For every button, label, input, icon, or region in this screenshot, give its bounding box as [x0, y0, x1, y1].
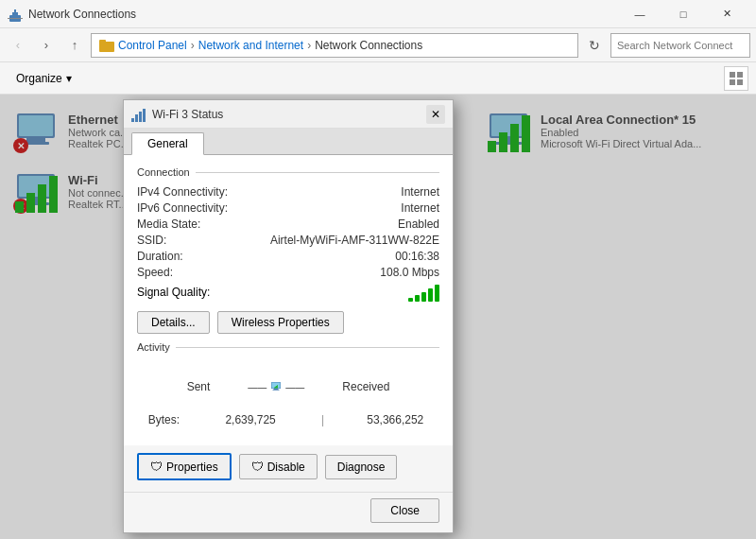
- svg-rect-8: [730, 79, 735, 85]
- view-icon: [730, 72, 743, 85]
- dialog-title: Wi-Fi 3 Status: [152, 108, 223, 121]
- organize-label: Organize: [16, 72, 62, 85]
- table-row: Media State: Enabled: [137, 217, 439, 231]
- title-bar-controls: — □ ✕: [618, 0, 748, 28]
- disable-button[interactable]: 🛡 Disable: [239, 454, 318, 479]
- signal-bar-4: [428, 288, 433, 302]
- folder-icon: [99, 39, 114, 52]
- svg-rect-38: [274, 388, 275, 389]
- breadcrumb-network-connections: Network Connections: [315, 39, 422, 52]
- dialog-bottom-close-button[interactable]: Close: [370, 498, 439, 523]
- bytes-divider: |: [321, 413, 324, 426]
- connection-fields: IPv4 Connectivity: Internet IPv6 Connect…: [137, 185, 439, 279]
- wifi-status-dialog: Wi-Fi 3 Status ✕ General Connection IPv4…: [123, 99, 454, 533]
- details-button[interactable]: Details...: [137, 311, 210, 334]
- table-row: Speed: 108.0 Mbps: [137, 266, 439, 279]
- svg-rect-31: [135, 114, 138, 122]
- activity-header: Sent ——: [187, 368, 390, 406]
- diagnose-label: Diagnose: [337, 461, 386, 474]
- organize-button[interactable]: Organize ▾: [8, 67, 80, 90]
- tab-general[interactable]: General: [131, 132, 204, 155]
- dialog-close-button[interactable]: ✕: [426, 105, 445, 124]
- signal-quality-row: Signal Quality:: [137, 283, 439, 302]
- main-content: ✕ Ethernet Network ca... Realtek PC... ✕: [0, 95, 756, 539]
- signal-bar-5: [435, 285, 439, 302]
- activity-bytes-row: Bytes: 2,639,725 | 53,366,252: [148, 413, 428, 426]
- dialog-footer: 🛡 Properties 🛡 Disable Diagnose: [124, 445, 453, 492]
- title-bar: Network Connections — □ ✕: [0, 0, 756, 28]
- received-label: Received: [342, 380, 389, 393]
- activity-section: Activity Sent ——: [137, 341, 439, 434]
- svg-rect-5: [99, 40, 106, 43]
- up-button[interactable]: ↑: [62, 33, 87, 58]
- table-row: IPv4 Connectivity: Internet: [137, 185, 439, 199]
- shield-icon-2: 🛡: [251, 460, 264, 474]
- toolbar: Organize ▾: [0, 62, 756, 95]
- signal-bars: [408, 283, 439, 302]
- dialog-title-left: Wi-Fi 3 Status: [131, 107, 223, 122]
- wireless-properties-button[interactable]: Wireless Properties: [217, 311, 344, 334]
- address-bar: ‹ › ↑ Control Panel › Network and Intern…: [0, 28, 756, 62]
- activity-computer-icon: ——: [248, 368, 304, 406]
- window-title: Network Connections: [28, 8, 136, 21]
- svg-rect-33: [143, 109, 146, 122]
- svg-rect-30: [131, 118, 134, 122]
- window-icon: [8, 7, 23, 22]
- svg-rect-3: [8, 18, 23, 19]
- activity-section-label: Activity: [137, 341, 439, 353]
- dialog-title-bar: Wi-Fi 3 Status ✕: [124, 100, 453, 129]
- table-row: SSID: Airtel-MyWiFi-AMF-311WW-822E: [137, 234, 439, 247]
- svg-rect-41: [277, 385, 278, 388]
- activity-inner: Sent ——: [137, 360, 439, 434]
- breadcrumb-control-panel[interactable]: Control Panel: [118, 39, 187, 52]
- properties-button[interactable]: 🛡 Properties: [137, 453, 232, 480]
- svg-rect-2: [14, 9, 16, 13]
- svg-rect-32: [139, 112, 142, 122]
- dialog-body: Connection IPv4 Connectivity: Internet I…: [124, 155, 453, 445]
- view-button[interactable]: [724, 66, 748, 91]
- svg-rect-40: [276, 386, 277, 389]
- diagnose-button[interactable]: Diagnose: [325, 455, 398, 479]
- disable-label: Disable: [267, 461, 305, 474]
- received-bytes: 53,366,252: [362, 413, 428, 426]
- svg-rect-36: [274, 389, 279, 390]
- maximize-button[interactable]: □: [662, 0, 705, 28]
- sent-label: Sent: [187, 380, 211, 393]
- forward-button[interactable]: ›: [34, 33, 59, 58]
- sent-bytes: 2,639,725: [217, 413, 284, 426]
- bytes-label: Bytes:: [148, 413, 180, 426]
- svg-rect-7: [737, 72, 743, 78]
- signal-quality-label: Signal Quality:: [137, 286, 210, 299]
- signal-bar-1: [408, 298, 413, 302]
- search-input[interactable]: [610, 33, 750, 58]
- refresh-button[interactable]: ↻: [582, 33, 607, 58]
- dialog-wifi-icon: [131, 107, 146, 122]
- minimize-button[interactable]: —: [618, 0, 662, 28]
- dialog-tabs: General: [124, 129, 453, 155]
- shield-icon: 🛡: [150, 460, 163, 474]
- svg-rect-39: [275, 387, 276, 389]
- back-button[interactable]: ‹: [6, 33, 30, 58]
- table-row: Duration: 00:16:38: [137, 250, 439, 263]
- table-row: IPv6 Connectivity: Internet: [137, 201, 439, 215]
- svg-rect-37: [273, 390, 280, 391]
- modal-overlay: Wi-Fi 3 Status ✕ General Connection IPv4…: [0, 95, 756, 539]
- signal-bar-2: [415, 295, 420, 302]
- details-buttons: Details... Wireless Properties: [137, 311, 439, 334]
- properties-label: Properties: [166, 461, 218, 474]
- title-bar-left: Network Connections: [8, 7, 136, 22]
- svg-rect-9: [737, 79, 743, 85]
- breadcrumb-network-internet[interactable]: Network and Internet: [198, 39, 303, 52]
- svg-rect-6: [730, 72, 735, 78]
- signal-bar-3: [421, 292, 426, 302]
- window-close-button[interactable]: ✕: [705, 0, 748, 28]
- connection-section-label: Connection: [137, 166, 439, 178]
- address-path[interactable]: Control Panel › Network and Internet › N…: [91, 33, 578, 58]
- activity-icon: [270, 370, 282, 404]
- dialog-bottom-bar: Close: [124, 492, 453, 532]
- organize-arrow: ▾: [66, 72, 72, 85]
